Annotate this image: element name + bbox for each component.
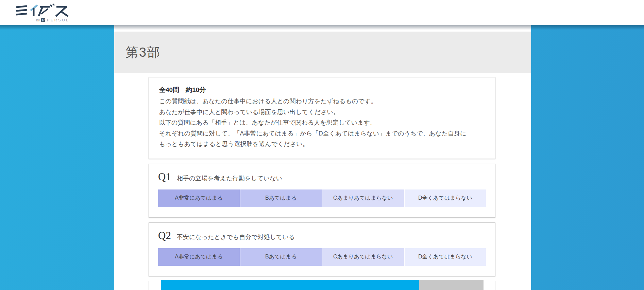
main-content: 第3部 全40問 約10分 この質問紙は、あなたの仕事中における人との関わり方を… — [114, 25, 531, 290]
instructions-heading: 全40問 約10分 — [159, 85, 485, 95]
miidas-logo[interactable]: by P PERSOL — [14, 3, 70, 24]
instructions-line: あなたが仕事中に人と関わっている場面を思い出してください。 — [159, 107, 485, 118]
option-c-button[interactable]: Cあまりあてはまらない — [322, 248, 404, 266]
option-b-button[interactable]: Bあてはまる — [240, 248, 322, 266]
option-b-button[interactable]: Bあてはまる — [240, 189, 322, 207]
answer-options-q1: A非常にあてはまる Bあてはまる Cあまりあてはまらない D全くあてはまらない — [158, 189, 486, 207]
instructions-line: 以下の質問にある「相手」とは、あなたが仕事で関わる人を想定しています。 — [159, 117, 485, 128]
survey-progress-bar — [161, 280, 484, 290]
option-d-button[interactable]: D全くあてはまらない — [405, 248, 486, 266]
app-header: by P PERSOL — [0, 0, 644, 25]
question-card-q1: Q1 相手の立場を考えた行動をしていない A非常にあてはまる Bあてはまる Cあ… — [149, 164, 495, 218]
section-header: 第3部 — [114, 32, 531, 73]
option-a-button[interactable]: A非常にあてはまる — [158, 189, 240, 207]
instructions-line: それぞれの質問に対して、「A非常にあてはまる」から「D全くあてはまらない」までの… — [159, 128, 485, 139]
answer-options-q2: A非常にあてはまる Bあてはまる Cあまりあてはまらない D全くあてはまらない — [158, 248, 486, 266]
question-number: Q2 — [158, 230, 171, 242]
instructions-card: 全40問 約10分 この質問紙は、あなたの仕事中における人との関わり方をたずねる… — [149, 77, 495, 159]
instructions-line: この質問紙は、あなたの仕事中における人との関わり方をたずねるものです。 — [159, 96, 485, 107]
question-text: 相手の立場を考えた行動をしていない — [177, 174, 282, 182]
svg-text:PERSOL: PERSOL — [47, 18, 69, 22]
survey-progress-fill — [161, 280, 419, 290]
question-card-q2: Q2 不安になったときでも自分で対処している A非常にあてはまる Bあてはまる … — [149, 222, 495, 276]
svg-text:P: P — [42, 18, 45, 22]
svg-text:by: by — [36, 18, 40, 22]
instructions-line: もっともあてはまると思う選択肢を選んでください。 — [159, 139, 485, 150]
question-number: Q1 — [158, 171, 171, 183]
option-a-button[interactable]: A非常にあてはまる — [158, 248, 240, 266]
question-card-next — [149, 281, 495, 290]
miidas-logo-icon: by P PERSOL — [14, 3, 70, 22]
page-title: 第3部 — [114, 44, 160, 61]
question-text: 不安になったときでも自分で対処している — [177, 233, 295, 241]
option-c-button[interactable]: Cあまりあてはまらない — [322, 189, 404, 207]
option-d-button[interactable]: D全くあてはまらない — [405, 189, 486, 207]
